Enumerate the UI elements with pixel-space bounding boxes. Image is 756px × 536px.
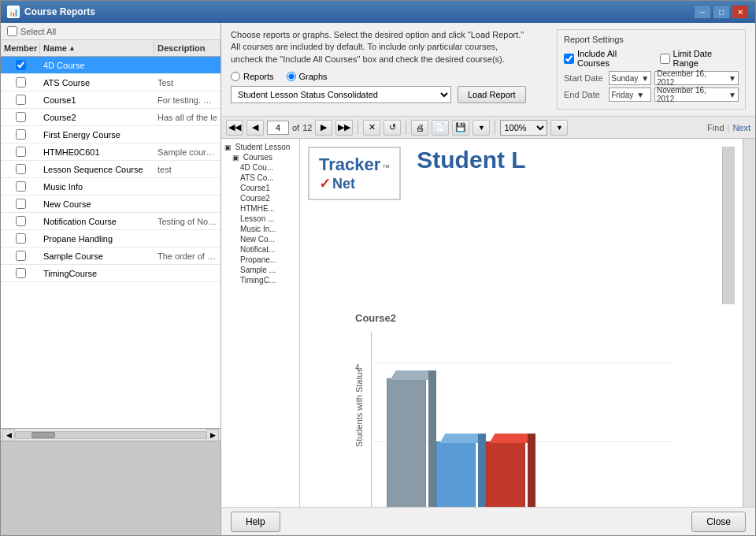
include-all-courses-checkbox[interactable] — [564, 54, 574, 64]
tree-item[interactable]: Music In... — [223, 224, 298, 234]
table-row[interactable]: HTMHE0C601 Sample course fo — [1, 143, 220, 161]
layout-button[interactable]: 📄 — [432, 120, 449, 136]
scroll-thumb[interactable] — [32, 432, 55, 438]
tree-item[interactable]: Lesson ... — [223, 214, 298, 224]
row-checkbox[interactable] — [16, 216, 26, 226]
row-checkbox[interactable] — [16, 95, 26, 105]
bar-red-front: 1 — [486, 441, 525, 507]
scroll-left-btn[interactable]: ◀ — [2, 429, 15, 441]
start-date-day-arrow[interactable]: ▼ — [641, 74, 649, 83]
scroll-right-btn[interactable]: ▶ — [206, 429, 219, 441]
maximize-button[interactable]: □ — [713, 5, 730, 19]
tree-item[interactable]: Course2 — [223, 193, 298, 203]
tree-item[interactable]: HTMHE... — [223, 203, 298, 214]
tree-item[interactable]: TimingC... — [223, 275, 298, 285]
load-report-button[interactable]: Load Report — [458, 86, 526, 103]
row-checkbox[interactable] — [16, 164, 26, 174]
row-checkbox[interactable] — [16, 181, 26, 192]
tree-item[interactable]: New Co... — [223, 234, 298, 244]
row-checkbox[interactable] — [16, 199, 26, 209]
camera-button[interactable]: ▼ — [472, 120, 490, 136]
settings-title: Report Settings — [564, 35, 739, 44]
course-table: 4D Course ATS Course Test Course1 For te… — [1, 57, 220, 428]
limit-date-range-label[interactable]: Limit Date Range — [660, 49, 739, 68]
print-button[interactable]: 🖨 — [411, 120, 428, 136]
tree-vertical-scrollbar[interactable] — [743, 139, 755, 507]
tree-item[interactable]: Notificat... — [223, 244, 298, 255]
export-button[interactable]: 💾 — [452, 120, 469, 136]
radio-graphs[interactable]: Graphs — [287, 72, 328, 81]
row-checkbox[interactable] — [16, 251, 26, 261]
prev-page-button[interactable]: ◀ — [246, 120, 264, 136]
radio-reports[interactable]: Reports — [231, 72, 274, 81]
horizontal-scrollbar[interactable]: ◀ ▶ — [1, 428, 220, 441]
tree-item[interactable]: ATS Co... — [223, 173, 298, 183]
tree-courses-node[interactable]: ▣ Courses — [223, 152, 298, 162]
zoom-select[interactable]: 100% — [500, 120, 547, 136]
next-label[interactable]: Next — [732, 123, 750, 132]
logo-tm: ™ — [382, 163, 390, 172]
tree-item[interactable]: Propane... — [223, 255, 298, 265]
page-number-input[interactable] — [267, 121, 289, 135]
next-page-button[interactable]: ▶ — [315, 120, 332, 136]
start-date-date-input[interactable]: December 16, 2012 ▼ — [654, 71, 739, 85]
table-row[interactable]: ATS Course Test — [1, 74, 220, 91]
last-page-button[interactable]: ▶▶ — [335, 120, 353, 136]
minimize-button[interactable]: ─ — [694, 5, 711, 19]
row-checkbox[interactable] — [16, 60, 26, 70]
table-row[interactable]: 4D Course — [1, 57, 220, 74]
radio-graphs-input[interactable] — [287, 72, 296, 81]
scroll-track[interactable] — [15, 431, 206, 439]
end-date-date-arrow[interactable]: ▼ — [728, 91, 736, 99]
row-checkbox[interactable] — [16, 268, 26, 278]
zoom-dropdown-button[interactable]: ▼ — [550, 120, 568, 136]
report-dropdown[interactable]: Student Lesson Status Consolidated — [231, 86, 451, 103]
select-all-checkbox[interactable] — [7, 26, 17, 36]
end-date-date-input[interactable]: November 16, 2012 ▼ — [654, 87, 739, 102]
window-close-button[interactable]: ✕ — [732, 5, 749, 19]
table-row[interactable]: TimingCourse — [1, 265, 220, 282]
report-content: ▣ Student Lesson ▣ Courses 4D Cou...ATS … — [221, 139, 755, 507]
tree-root[interactable]: ▣ Student Lesson — [223, 142, 298, 152]
tree-item[interactable]: Sample ... — [223, 265, 298, 275]
end-date-day-arrow[interactable]: ▼ — [636, 91, 644, 99]
table-row[interactable]: First Energy Course — [1, 126, 220, 143]
table-row[interactable]: Lesson Sequence Course test — [1, 161, 220, 178]
stop-button[interactable]: ✕ — [363, 120, 380, 136]
y-axis-line — [371, 332, 372, 507]
col-header-name: Name ▲ — [40, 42, 154, 54]
include-all-courses-label[interactable]: Include All Courses — [564, 49, 650, 68]
table-row[interactable]: Notification Course Testing of Notific — [1, 213, 220, 230]
close-button[interactable]: Close — [691, 512, 746, 532]
logo-tracker: Tracker — [319, 154, 380, 175]
left-panel: Select All Member Name ▲ Description 4D … — [1, 23, 221, 535]
table-row[interactable]: Course1 For testing. Has — [1, 91, 220, 109]
first-page-button[interactable]: ◀◀ — [226, 120, 243, 136]
refresh-button[interactable]: ↺ — [384, 120, 401, 136]
help-button[interactable]: Help — [231, 512, 280, 532]
end-date-label: End Date — [564, 90, 606, 99]
table-row[interactable]: Course2 Has all of the le — [1, 109, 220, 126]
row-checkbox[interactable] — [16, 147, 26, 157]
limit-date-range-checkbox[interactable] — [660, 54, 670, 64]
radio-reports-input[interactable] — [231, 72, 240, 81]
tree-item[interactable]: Course1 — [223, 183, 298, 193]
table-row[interactable]: Sample Course The order of the — [1, 248, 220, 265]
start-date-date-arrow[interactable]: ▼ — [728, 74, 736, 83]
start-date-day-input[interactable]: Sunday ▼ — [609, 71, 651, 85]
table-row[interactable]: New Course — [1, 195, 220, 213]
row-name: First Energy Course — [40, 130, 154, 140]
end-date-day-input[interactable]: Friday ▼ — [609, 87, 651, 102]
row-checkbox[interactable] — [16, 233, 26, 244]
row-checkbox[interactable] — [16, 77, 26, 87]
table-row[interactable]: Propane Handling — [1, 230, 220, 248]
bar-red-side — [528, 434, 536, 507]
tree-item[interactable]: 4D Cou... — [223, 162, 298, 173]
viewer-toolbar: ◀◀ ◀ of 12 ▶ ▶▶ ✕ ↺ 🖨 📄 💾 ▼ 10 — [221, 117, 755, 139]
vertical-scrollbar[interactable] — [722, 147, 735, 304]
table-row[interactable]: Music Info — [1, 178, 220, 195]
row-checkbox-cell — [1, 129, 40, 140]
row-checkbox[interactable] — [16, 112, 26, 122]
radio-row: Reports Graphs — [231, 72, 547, 81]
row-checkbox[interactable] — [16, 129, 26, 140]
